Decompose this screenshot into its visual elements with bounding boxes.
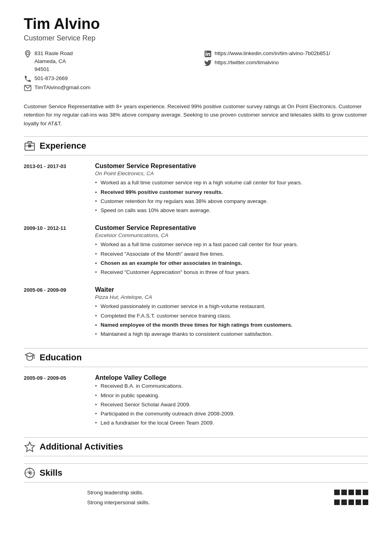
bullet: Maintained a high tip average thanks to … <box>95 330 368 338</box>
candidate-title: Customer Service Rep <box>24 34 368 42</box>
entry-bullets-1: Worked as a full time customer service r… <box>95 179 368 214</box>
svg-rect-7 <box>29 145 31 147</box>
experience-entry-3: 2005-06 - 2009-09 Waiter Pizza Hut, Ante… <box>24 286 368 339</box>
experience-title: Experience <box>40 141 86 151</box>
bullet: Worked as a full time customer service r… <box>95 241 368 249</box>
contact-section: 831 Rasle Road Alameda, CA 94501 501-873… <box>24 50 368 93</box>
dot <box>356 490 361 495</box>
twitter-icon <box>204 59 212 67</box>
bullet: Worked as a full time customer service r… <box>95 179 368 187</box>
experience-entry-2: 2009-10 - 2012-11 Customer Service Repre… <box>24 224 368 278</box>
bullet: Received "Associate of the Month" award … <box>95 250 368 258</box>
experience-icon <box>24 140 36 152</box>
twitter-url: https://twitter.com/timalvino <box>215 59 279 67</box>
dot <box>356 500 361 505</box>
bullet: Speed on calls was 10% above team averag… <box>95 207 368 214</box>
svg-marker-9 <box>25 442 34 452</box>
dot <box>334 500 340 505</box>
svg-point-4 <box>206 52 207 53</box>
address-line2: Alameda, CA <box>34 57 73 65</box>
bullet: Led a fundraiser for the local Green Tea… <box>95 419 368 427</box>
education-icon <box>24 352 36 364</box>
entry-company-2: Excelsior Communications, CA <box>95 232 368 238</box>
entry-role-1: Customer Service Representative <box>95 163 368 170</box>
phone-icon <box>24 75 32 83</box>
skills-icon <box>24 467 36 479</box>
entry-company-3: Pizza Hut, Antelope, CA <box>95 294 368 300</box>
candidate-name: Tim Alvino <box>24 16 368 33</box>
experience-entry-1: 2013-01 - 2017-03 Customer Service Repre… <box>24 163 368 216</box>
entry-role-3: Waiter <box>95 286 368 293</box>
dot <box>348 500 354 505</box>
dot <box>363 490 368 495</box>
skill-label-1: Strong leadership skills. <box>87 490 334 496</box>
address-line1: 831 Rasle Road <box>34 50 73 57</box>
education-title: Education <box>40 352 82 363</box>
bullet: Chosen as an example for other associate… <box>95 259 368 267</box>
bullet: Received B.A. in Communications. <box>95 382 368 390</box>
svg-point-0 <box>27 52 29 55</box>
activities-title: Additional Activities <box>40 442 123 452</box>
email-icon <box>24 84 32 92</box>
entry-date-1: 2013-01 - 2017-03 <box>24 163 87 216</box>
bullet: Worked passionately in customer service … <box>95 302 368 310</box>
edu-date-1: 2005-09 - 2009-05 <box>24 374 87 428</box>
bullet: Received 99% positive customer survey re… <box>95 188 368 196</box>
skills-title: Skills <box>40 468 62 478</box>
experience-section-header: Experience <box>24 136 368 155</box>
entry-content-2: Customer Service Representative Excelsio… <box>95 224 368 278</box>
bullet: Minor in public speaking. <box>95 392 368 400</box>
bullet: Completed the F.A.S.T. customer service … <box>95 312 368 320</box>
entry-role-2: Customer Service Representative <box>95 224 368 232</box>
bullet: Received Senior Scholar Award 2009. <box>95 401 368 409</box>
contact-linkedin: https://www.linkedin.com/in/tim-alvino-7… <box>204 50 368 58</box>
contact-phone: 501-873-2669 <box>24 75 188 83</box>
bullet: Participated in the community outreach d… <box>95 410 368 418</box>
education-entry-1: 2005-09 - 2009-05 Antelope Valley Colleg… <box>24 374 368 428</box>
education-entries: 2005-09 - 2009-05 Antelope Valley Colleg… <box>24 374 368 428</box>
education-section-header: Education <box>24 348 368 367</box>
edu-content-1: Antelope Valley College Received B.A. in… <box>95 374 368 428</box>
entry-bullets-2: Worked as a full time customer service r… <box>95 241 368 276</box>
dot <box>341 490 347 495</box>
entry-company-1: On Point Electronics, CA <box>95 170 368 176</box>
dot <box>334 490 340 495</box>
experience-entries: 2013-01 - 2017-03 Customer Service Repre… <box>24 163 368 339</box>
skill-label-2: Strong interpersonal skills. <box>87 500 334 505</box>
skill-row-2: Strong interpersonal skills. <box>24 500 368 505</box>
dot <box>341 500 347 505</box>
edu-bullets-1: Received B.A. in Communications. Minor i… <box>95 382 368 427</box>
entry-date-3: 2005-06 - 2009-09 <box>24 286 87 339</box>
bullet: Named employee of the month three times … <box>95 321 368 329</box>
contact-twitter: https://twitter.com/timalvino <box>204 59 368 67</box>
activities-icon <box>24 441 36 453</box>
linkedin-url: https://www.linkedin.com/in/tim-alvino-7… <box>215 50 330 57</box>
dot <box>348 490 354 495</box>
phone-number: 501-873-2669 <box>34 75 68 82</box>
bullet: Customer retention for my regulars was 3… <box>95 197 368 205</box>
activities-section-header: Additional Activities <box>24 437 368 456</box>
svg-rect-3 <box>206 53 207 56</box>
entry-bullets-3: Worked passionately in customer service … <box>95 302 368 338</box>
address-line3: 94501 <box>34 65 73 73</box>
contact-address: 831 Rasle Road Alameda, CA 94501 <box>24 50 188 74</box>
edu-role-1: Antelope Valley College <box>95 374 368 381</box>
entry-content-1: Customer Service Representative On Point… <box>95 163 368 216</box>
email-address: TimTAlvino@gmail.com <box>34 84 90 92</box>
linkedin-icon <box>204 50 212 58</box>
bullet: Received "Customer Appreciation" bonus i… <box>95 268 368 276</box>
entry-content-3: Waiter Pizza Hut, Antelope, CA Worked pa… <box>95 286 368 339</box>
skill-rating-2 <box>334 500 368 505</box>
svg-point-11 <box>29 472 30 474</box>
skills-body: Strong leadership skills. Strong interpe… <box>24 490 368 505</box>
skills-section-header: Skills <box>24 463 368 482</box>
skill-row-1: Strong leadership skills. <box>24 490 368 496</box>
summary-text: Customer Service Representative with 8+ … <box>24 102 368 128</box>
entry-date-2: 2009-10 - 2012-11 <box>24 224 87 278</box>
contact-email: TimTAlvino@gmail.com <box>24 84 188 92</box>
location-icon <box>24 50 32 58</box>
dot <box>363 500 368 505</box>
skill-rating-1 <box>334 490 368 495</box>
